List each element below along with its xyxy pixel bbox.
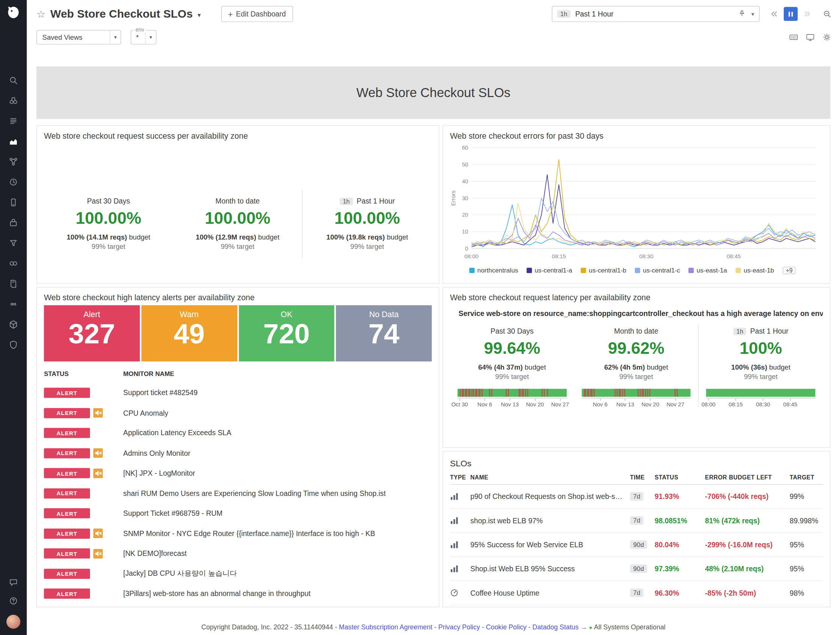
saved-views-caret-icon: ▾ (110, 30, 121, 44)
legend-item-northcentralus[interactable]: northcentralus (469, 266, 518, 274)
monitor-row[interactable]: ALERT[NK DEMO]forecast (44, 544, 432, 564)
slo-column-header: ERROR BUDGET LEFT (705, 474, 790, 485)
monitor-name[interactable]: [3Pillars] web-store has an abnormal cha… (123, 590, 311, 597)
zoom-out-icon[interactable] (823, 10, 831, 18)
monitor-name[interactable]: Support Ticket #968759 - RUM (123, 509, 223, 517)
slo-name[interactable]: p90 of Checkout Requests on Shop.ist web… (470, 485, 630, 509)
summary-block-no-data[interactable]: No Data74 (336, 305, 432, 361)
monitor-row[interactable]: ALERTSNMP Monitor - NYC Edge Router {{in… (44, 523, 432, 544)
stat-time-window-label: Past 30 Days (456, 327, 568, 335)
footer-link[interactable]: Datadog Status → (532, 623, 587, 631)
footer-link[interactable]: Cookie Policy (486, 623, 526, 631)
muted-icon (93, 448, 103, 458)
summary-block-alert[interactable]: Alert327 (44, 305, 139, 361)
muted-icon (93, 408, 103, 418)
monitor-name[interactable]: CPU Anomaly (123, 409, 168, 417)
monitor-row[interactable]: ALERTSupport ticket #482549 (44, 383, 432, 403)
monitor-row[interactable]: ALERT[3Pillars] web-store has an abnorma… (44, 584, 432, 604)
user-avatar[interactable] (6, 615, 20, 629)
time-nav-controls (767, 7, 815, 21)
monitor-name[interactable]: shari RUM Demo Users are Experiencing Sl… (123, 489, 386, 497)
slo-name[interactable]: Shop.ist Web ELB 95% Success (470, 557, 630, 581)
legend-more-button[interactable]: +9 (783, 266, 796, 274)
monitor-name[interactable]: [NK DEMO]forecast (123, 550, 187, 558)
sidebar-nav (9, 76, 18, 349)
serverless-icon[interactable] (9, 320, 18, 329)
slo-name[interactable]: Coffee House Uptime (470, 581, 630, 605)
settings-gear-icon[interactable] (823, 33, 831, 42)
service-map-icon[interactable] (9, 258, 18, 268)
alert-status-badge: ALERT (44, 508, 90, 518)
monitor-name[interactable]: SNMP Monitor - NYC Edge Router {{interfa… (123, 529, 375, 537)
summary-block-warn[interactable]: Warn49 (141, 305, 237, 361)
dashboards-icon[interactable] (9, 136, 18, 146)
stat-time-window-label: Month to date (178, 197, 297, 205)
monitor-status-cell: ALERT (44, 428, 123, 438)
footer-link[interactable]: Privacy Policy (438, 623, 480, 631)
notebooks-icon[interactable] (9, 279, 18, 288)
monitor-name[interactable]: [Jacky] DB CPU 사용량이 높습니다 (123, 569, 237, 578)
time-caret-icon[interactable]: ▾ (752, 11, 755, 17)
slo-name[interactable]: shop.ist web ELB 97% (470, 509, 630, 533)
slo-name[interactable]: 95% Success for Web Service ELB (470, 533, 630, 557)
monitors-icon[interactable] (9, 177, 18, 187)
logs-icon[interactable] (9, 238, 18, 248)
pin-icon[interactable] (738, 10, 746, 18)
help-icon[interactable] (9, 596, 18, 606)
env-filter-value: * (136, 33, 139, 41)
keyboard-shortcuts-icon[interactable] (789, 33, 798, 42)
footer: Copyright Datadog, Inc. 2022 - 35.114409… (36, 616, 830, 635)
saved-views-dropdown[interactable]: Saved Views ▾ (36, 30, 121, 45)
stat-time-window-label: 1hPast 1 Hour (705, 327, 816, 335)
legend-item-us-central1-a[interactable]: us-central1-a (526, 266, 572, 274)
env-template-variable[interactable]: env * ▾ (131, 30, 157, 45)
monitor-name[interactable]: Support ticket #482549 (123, 389, 197, 397)
legend-item-us-central1-b[interactable]: us-central1-b (581, 266, 626, 274)
monitor-row[interactable]: ALERT[Jacky] DB CPU 사용량이 높습니다 (44, 564, 432, 584)
monitor-row[interactable]: ALERTshari RUM Demo Users are Experienci… (44, 483, 432, 503)
slo-time-window: 7d (630, 509, 655, 533)
monitor-row[interactable]: ALERTSupport Ticket #968759 - RUM (44, 503, 432, 524)
time-backward-button[interactable] (767, 7, 781, 21)
footer-link[interactable]: Master Subscription Agreement (339, 623, 433, 631)
stat-time-window-label: Past 30 Days (49, 197, 167, 205)
security-icon[interactable] (9, 340, 18, 350)
search-icon[interactable] (9, 76, 18, 85)
widget-checkout-latency: Web store checkout request latency per a… (442, 287, 830, 448)
legend-item-us-central1-c[interactable]: us-central1-c (635, 266, 680, 274)
slo-percentage: 99.64% (456, 339, 568, 358)
time-range-badge: 1h (557, 10, 570, 17)
header-controls: 1h Past 1 Hour ▾ (552, 6, 831, 22)
monitor-row[interactable]: ALERTApplication Latency Exceeds SLA (44, 423, 432, 443)
pause-button[interactable] (784, 7, 797, 21)
monitor-row[interactable]: ALERTAdmins Only Monitor (44, 443, 432, 463)
monitor-status-cell: ALERT (44, 589, 123, 599)
chat-icon[interactable] (9, 577, 18, 587)
monitor-name[interactable]: Application Latency Exceeds SLA (123, 429, 231, 437)
fullscreen-tv-icon[interactable] (806, 33, 815, 42)
monitor-name[interactable]: [NK] JPX - LogMonitor (123, 469, 195, 477)
monitor-name[interactable]: Admins Only Monitor (123, 449, 191, 457)
favorite-star-icon[interactable]: ☆ (36, 8, 45, 20)
rum-icon[interactable] (9, 197, 18, 207)
slo-percentage: 99.62% (581, 339, 692, 358)
integrations-icon[interactable] (9, 218, 18, 227)
errors-chart[interactable]: 010203040506008:0008:1508:3008:45Errors (450, 143, 823, 265)
time-forward-button[interactable] (800, 7, 814, 21)
apm-icon[interactable] (9, 157, 18, 167)
watchdog-icon[interactable] (9, 96, 18, 106)
monitor-row[interactable]: ALERT[NK] JPX - LogMonitor (44, 463, 432, 484)
monitor-row[interactable]: ALERTCPU Anomaly (44, 403, 432, 423)
events-icon[interactable] (9, 116, 18, 126)
ci-icon[interactable] (9, 299, 18, 309)
legend-item-us-east-1b[interactable]: us-east-1b (736, 266, 774, 274)
datadog-logo[interactable] (5, 5, 22, 22)
svg-text:50: 50 (462, 161, 468, 167)
legend-item-us-east-1a[interactable]: us-east-1a (688, 266, 727, 274)
slo-error-budget: 100% (36s) budget (705, 363, 816, 371)
title-dropdown-caret-icon[interactable]: ▾ (197, 11, 201, 19)
summary-block-ok[interactable]: OK720 (238, 305, 334, 361)
stat-time-window-label: 1hPast 1 Hour (308, 197, 426, 205)
time-range-picker[interactable]: 1h Past 1 Hour ▾ (552, 6, 759, 22)
edit-dashboard-button[interactable]: + Edit Dashboard (221, 6, 293, 22)
